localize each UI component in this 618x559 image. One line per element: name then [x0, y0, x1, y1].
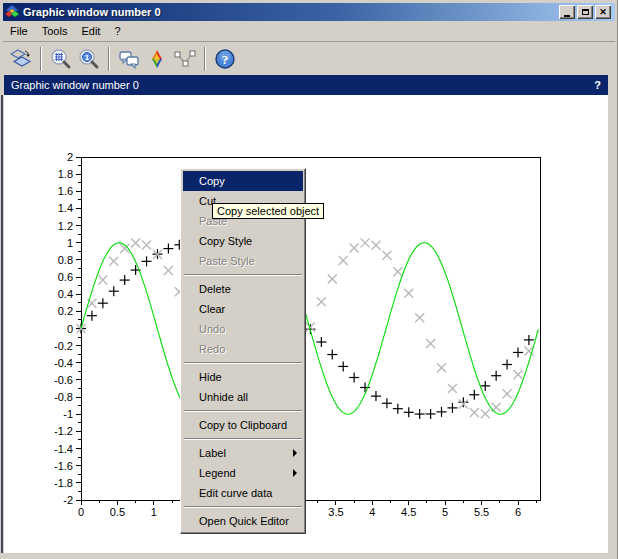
menu-help[interactable]: ? [107, 21, 127, 41]
toolbar-separator [108, 47, 110, 71]
menu-edit[interactable]: Edit [74, 21, 107, 41]
info-bar-help-button[interactable]: ? [594, 79, 601, 91]
submenu-arrow-icon [293, 449, 297, 457]
rotate-icon [10, 48, 32, 70]
menu-item-redo: Redo [183, 339, 303, 359]
menu-file[interactable]: File [3, 21, 35, 41]
zoom-area-icon [50, 48, 72, 70]
menu-item-copy-style[interactable]: Copy Style [183, 231, 303, 251]
close-button[interactable]: ✕ [595, 5, 611, 19]
menu-item-edit-curve-data[interactable]: Edit curve data [183, 483, 303, 503]
zoom-area-button[interactable] [47, 46, 75, 72]
menu-item-open-quick-editor[interactable]: Open Quick Editor [183, 511, 303, 531]
menu-separator [184, 362, 302, 364]
graphics-editor-button[interactable] [115, 46, 143, 72]
menu-tools[interactable]: Tools [35, 21, 75, 41]
maximize-icon [582, 9, 589, 15]
menu-separator [184, 410, 302, 412]
menu-item-delete[interactable]: Delete [183, 279, 303, 299]
window-title: Graphic window number 0 [23, 6, 161, 18]
menu-item-hide[interactable]: Hide [183, 367, 303, 387]
menu-separator [184, 274, 302, 276]
minimize-icon [564, 15, 570, 17]
colormap-icon [146, 48, 168, 70]
datatips-icon [173, 48, 197, 70]
menu-separator [184, 506, 302, 508]
help-button[interactable]: ? [211, 46, 239, 72]
menu-bar: FileToolsEdit? [3, 21, 615, 41]
toolbar-separator [40, 47, 42, 71]
colormap-button[interactable] [143, 46, 171, 72]
menu-separator [184, 438, 302, 440]
svg-text:1: 1 [85, 53, 90, 62]
menu-item-copy[interactable]: Copy [183, 171, 303, 191]
rotate-button[interactable] [7, 46, 35, 72]
menu-item-copy-to-clipboard[interactable]: Copy to Clipboard [183, 415, 303, 435]
datatips-button[interactable] [171, 46, 199, 72]
window-left-edge [1, 95, 3, 553]
tooltip: Copy selected object [212, 203, 324, 219]
title-bar[interactable]: Graphic window number 0 ✕ [3, 3, 615, 21]
svg-text:?: ? [222, 51, 229, 66]
reset-zoom-button[interactable]: 1 [75, 46, 103, 72]
info-bar-text: Graphic window number 0 [11, 79, 139, 91]
menu-item-unhide-all[interactable]: Unhide all [183, 387, 303, 407]
help-icon: ? [214, 48, 236, 70]
plot-canvas[interactable] [4, 95, 608, 553]
speech-bubbles-icon [118, 48, 140, 70]
menu-item-clear[interactable]: Clear [183, 299, 303, 319]
close-icon: ✕ [599, 8, 607, 17]
reset-zoom-icon: 1 [78, 48, 100, 70]
context-menu: CopyCutPasteCopy StylePaste StyleDeleteC… [180, 168, 306, 534]
scilab-app-icon [5, 5, 19, 19]
maximize-button[interactable] [577, 5, 593, 19]
toolbar: 1 ? [3, 41, 615, 75]
menu-item-paste-style: Paste Style [183, 251, 303, 271]
minimize-button[interactable] [559, 5, 575, 19]
info-bar: Graphic window number 0 ? [4, 75, 608, 95]
menu-item-legend[interactable]: Legend [183, 463, 303, 483]
submenu-arrow-icon [293, 469, 297, 477]
menu-item-label[interactable]: Label [183, 443, 303, 463]
toolbar-separator [204, 47, 206, 71]
menu-item-undo: Undo [183, 319, 303, 339]
